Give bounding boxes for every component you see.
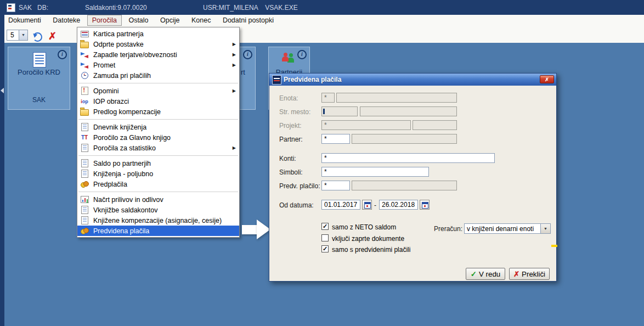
menu-item-label: Dnevnik knjiženja — [93, 123, 146, 131]
submenu-arrow-icon: ▶ — [233, 42, 236, 47]
menu-item-zamuda-pri-placilih[interactable]: Zamuda pri plačilih — [77, 70, 239, 81]
menu-item-label: Knjiženja - poljubno — [93, 170, 153, 178]
menubar-item-dokumenti[interactable]: Dokumenti — [3, 15, 46, 26]
date-to-field[interactable]: 26.02.2018 — [379, 200, 418, 210]
checkbox-label: vključi zaprte dokumente — [332, 235, 404, 243]
date-from-field[interactable]: 01.01.2017 — [321, 200, 360, 210]
menubar-item-porocila[interactable]: Poročila — [87, 15, 122, 26]
simboli-field[interactable]: * — [321, 167, 429, 177]
app-icon — [7, 3, 15, 12]
app-version: Saldakonti:9.07.0020 — [85, 4, 147, 12]
partner-name-field — [352, 134, 457, 144]
window-titlebar[interactable]: SAK DB: Saldakonti:9.07.0020 USR:MIT_MIL… — [0, 0, 644, 15]
predv-placilo-code-field[interactable]: * — [321, 181, 350, 190]
refresh-icon[interactable] — [33, 32, 42, 42]
menu-separator — [78, 119, 238, 120]
yellow-marker — [551, 245, 557, 247]
menu-item-label: Knjižene kompenzacije (asignacije, cesij… — [93, 217, 222, 224]
menu-item-predlog-kompenzacije[interactable]: Predlog kompenzacije — [77, 106, 239, 117]
info-icon[interactable]: i — [58, 50, 67, 59]
menu-item-knjizene-kompenzacije[interactable]: Knjižene kompenzacije (asignacije, cesij… — [77, 215, 239, 226]
page-icon — [81, 123, 88, 131]
preracun-label: Preračun: — [434, 225, 462, 233]
clock-icon — [81, 72, 88, 79]
cancel-button[interactable]: ✗ Prekliči — [509, 268, 550, 280]
menubar-item-konec[interactable]: Konec — [187, 15, 216, 26]
menu-item-predvidena-placila[interactable]: Predvidena plačila — [77, 226, 239, 236]
menu-item-kartica-partnerja[interactable]: Kartica partnerja — [77, 29, 239, 39]
info-icon[interactable]: i — [297, 50, 307, 59]
menu-item-label: Predvidena plačila — [93, 227, 149, 235]
ok-button[interactable]: ✓ V redu — [466, 268, 505, 280]
check-icon: ✓ — [322, 246, 328, 252]
menu-item-knjizenja-poljubno[interactable]: Knjiženja - poljubno — [77, 168, 239, 179]
simboli-label: Simboli: — [279, 168, 303, 176]
menu-item-porocila-statistika[interactable]: Poročila za statistiko ▶ — [77, 143, 239, 153]
menu-item-zapadle-terjatve[interactable]: Zapadle terjatve/obveznosti ▶ — [77, 49, 239, 60]
menu-item-vknjizbe-saldakontov[interactable]: Vknjižbe saldakontov — [77, 205, 239, 215]
menu-item-label: Saldo po partnerjih — [93, 160, 151, 167]
menubar-item-dodatni-postopki[interactable]: Dodatni postopki — [218, 15, 279, 26]
dialog-titlebar[interactable]: Predvidena plačila ✗ — [269, 74, 556, 86]
pointer-arrow — [242, 225, 257, 234]
projekt-code-field: * — [321, 120, 411, 130]
menu-item-dnevnik-knjizenja[interactable]: Dnevnik knjiženja — [77, 122, 239, 132]
chart-icon — [81, 196, 89, 203]
checkbox-vkljuci-zaprte-dokumente[interactable] — [321, 234, 329, 241]
app-title: SAK DB: — [19, 4, 48, 12]
info-icon[interactable]: i — [243, 50, 252, 59]
close-icon[interactable]: ✗ — [540, 75, 554, 83]
cancel-button-label: Prekliči — [522, 270, 545, 278]
menu-item-porocilo-glavna-knjiga[interactable]: TT Poročilo za Glavno knjigo — [77, 132, 239, 143]
calendar-button-to[interactable] — [420, 200, 430, 210]
menubar-item-datoteke[interactable]: Datoteke — [48, 15, 85, 26]
preracun-dropdown[interactable]: v knjiženi denarni enoti ▼ — [464, 223, 551, 234]
menubar-item-opcije[interactable]: Opcije — [155, 15, 184, 26]
card-footer: SAK — [8, 96, 70, 104]
menu-item-label: Odprte postavke — [93, 41, 144, 48]
projekt-label: Projekt: — [279, 122, 302, 130]
menu-item-label: Opomini — [93, 87, 119, 95]
konti-field[interactable]: * — [321, 153, 495, 163]
folder-icon — [80, 42, 89, 48]
menu-item-nacrt-prilivov[interactable]: Načrt prilivov in odlivov — [77, 194, 239, 205]
chevron-down-icon[interactable]: ▼ — [19, 30, 27, 40]
checkbox-samo-z-neto-saldom[interactable]: ✓ — [321, 223, 329, 230]
menu-separator — [78, 155, 238, 156]
menu-item-saldo-po-partnerjih[interactable]: Saldo po partnerjih — [77, 158, 239, 168]
iop-icon: iop — [81, 99, 88, 104]
checkbox-label: samo s predvidenimi plačili — [332, 246, 410, 254]
menu-item-iop-obrazci[interactable]: iop IOP obrazci — [77, 96, 239, 106]
menubar: Dokumenti Datoteke Poročila Ostalo Opcij… — [3, 15, 279, 27]
delete-icon[interactable]: ✗ — [48, 30, 57, 42]
partners-icon — [282, 53, 296, 63]
report-icon — [33, 52, 46, 68]
menubar-item-ostalo[interactable]: Ostalo — [123, 15, 153, 26]
enota-code-field: * — [321, 93, 335, 103]
partner-label: Partner: — [279, 136, 303, 143]
menu-item-opomini[interactable]: Opomini ▶ — [77, 86, 239, 96]
menu-item-label: IOP obrazci — [93, 98, 129, 105]
predv-placilo-name-field — [352, 181, 457, 190]
menu-item-odprte-postavke[interactable]: Odprte postavke ▶ — [77, 39, 239, 49]
partner-code-field[interactable]: * — [321, 134, 350, 144]
page-icon — [81, 170, 88, 178]
text-cursor — [323, 109, 325, 114]
checkbox-samo-s-predvidenimi-placili[interactable]: ✓ — [321, 245, 329, 252]
menu-item-predplacila[interactable]: Predplačila — [77, 179, 239, 189]
predv-placilo-label: Predv. plačilo: — [279, 182, 320, 190]
card-porocilo-krd[interactable]: i Poročilo KRD SAK — [8, 47, 70, 110]
check-icon: ✓ — [322, 223, 328, 229]
od-datuma-label: Od datuma: — [279, 201, 314, 209]
card-title-fragment: rt — [241, 68, 245, 76]
calendar-button-from[interactable] — [362, 200, 372, 210]
menu-item-promet[interactable]: Promet ▶ — [77, 60, 239, 70]
card-icon — [81, 31, 89, 37]
tt-icon: TT — [81, 134, 88, 140]
chevron-down-icon[interactable]: ▼ — [540, 224, 550, 233]
toolbar-zoom-combobox[interactable]: 5 ▼ — [7, 30, 28, 41]
arrows-icon — [81, 52, 88, 58]
konti-label: Konti: — [279, 155, 296, 162]
menu-item-label: Zapadle terjatve/obveznosti — [93, 51, 177, 59]
check-icon: ✓ — [471, 270, 477, 278]
